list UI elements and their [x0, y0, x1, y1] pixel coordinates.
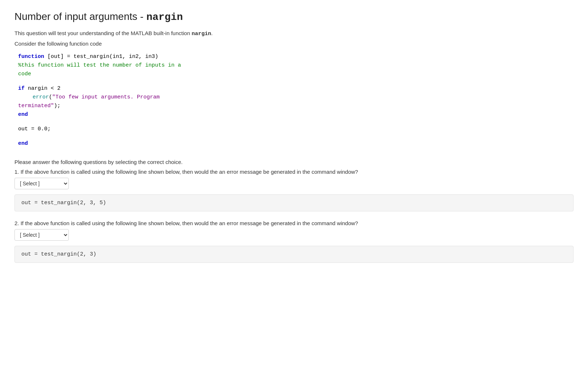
comment-continuation: code	[18, 71, 31, 77]
comment-line: %this function will test the number of i…	[18, 62, 181, 68]
question-1-text: 1. If the above function is called using…	[14, 169, 574, 175]
intro-paragraph: This question will test your understandi…	[14, 30, 574, 37]
error-string-cont: terminated"	[18, 103, 54, 109]
error-function: error	[33, 94, 49, 100]
error-string: "Too few input arguments. Program	[52, 94, 160, 100]
question-2-select[interactable]: [ Select ] Yes No	[14, 229, 69, 241]
question-2-code-example: out = test_nargin(2, 3)	[14, 246, 574, 263]
keyword-end-1: end	[18, 111, 28, 118]
question-1-select[interactable]: [ Select ] Yes No	[14, 178, 69, 189]
keyword-if: if	[18, 85, 25, 92]
question-2-select-wrapper: [ Select ] Yes No	[14, 229, 69, 241]
consider-text: Consider the following function code	[14, 41, 574, 47]
page-title: Number of input arguments - nargin	[14, 11, 574, 23]
questions-intro: Please answer the following questions by…	[14, 159, 574, 165]
question-2-text: 2. If the above function is called using…	[14, 220, 574, 226]
keyword-end-2: end	[18, 140, 28, 147]
out-assignment: out = 0.0;	[18, 126, 51, 132]
code-display: function [out] = test_nargin(in1, in2, i…	[14, 52, 574, 148]
question-1: 1. If the above function is called using…	[14, 169, 574, 211]
questions-section: Please answer the following questions by…	[14, 159, 574, 263]
question-1-code-example: out = test_nargin(2, 3, 5)	[14, 194, 574, 211]
keyword-function: function	[18, 54, 44, 60]
question-1-select-wrapper: [ Select ] Yes No	[14, 178, 69, 189]
question-2: 2. If the above function is called using…	[14, 220, 574, 263]
